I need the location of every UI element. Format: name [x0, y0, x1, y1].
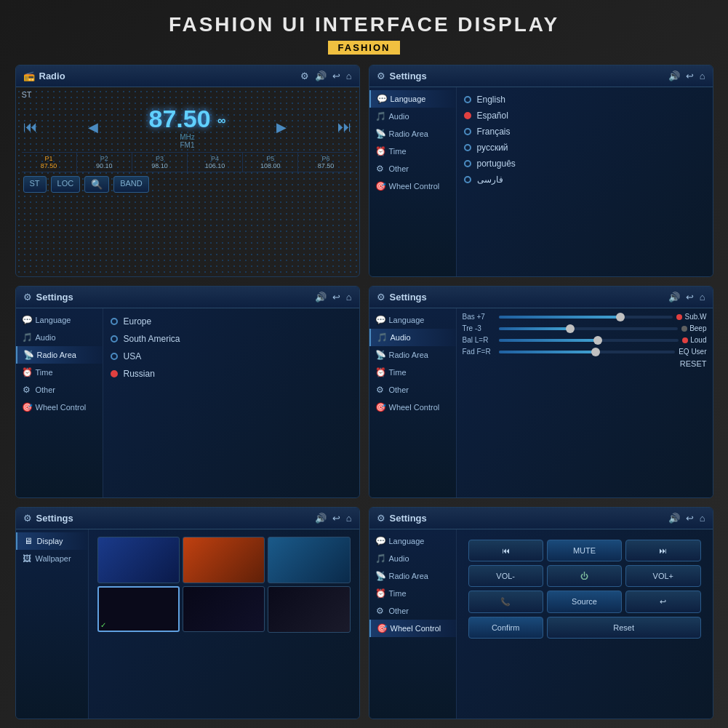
next-btn[interactable]: ▶ — [276, 119, 287, 135]
area-south-america[interactable]: South America — [109, 330, 353, 348]
volume-icon-4[interactable]: 🔊 — [668, 292, 680, 303]
lang-russian[interactable]: русский — [463, 140, 707, 156]
lang-english[interactable]: English — [463, 92, 707, 108]
phone-btn[interactable]: 📞 — [468, 591, 543, 613]
menu-wheel-4[interactable]: 🎯 Wheel Control — [369, 399, 456, 416]
menu-other-6[interactable]: ⚙ Other — [369, 602, 456, 620]
area-russian[interactable]: Russian — [109, 365, 353, 383]
prev-track-wheel-btn[interactable]: ⏮ — [468, 540, 543, 561]
menu-radio-area[interactable]: 📡 Radio Area — [369, 125, 456, 143]
radio-title: Radio — [39, 71, 300, 81]
vol-minus-btn[interactable]: VOL- — [468, 565, 543, 587]
volume-icon[interactable]: 🔊 — [315, 71, 327, 81]
back-icon-6[interactable]: ↩ — [686, 513, 694, 524]
back-icon-3[interactable]: ↩ — [332, 292, 340, 303]
menu-audio-label-6: Audio — [389, 554, 409, 563]
lang-francais[interactable]: Français — [463, 124, 707, 140]
wallpaper-dark3[interactable] — [268, 586, 350, 633]
menu-radio-area-6[interactable]: 📡 Radio Area — [369, 567, 456, 585]
home-icon-3[interactable]: ⌂ — [346, 292, 352, 303]
home-icon-2[interactable]: ⌂ — [700, 71, 705, 81]
back-icon-2[interactable]: ↩ — [686, 71, 694, 81]
mute-btn[interactable]: MUTE — [547, 540, 622, 561]
search-btn[interactable]: 🔍 — [84, 176, 109, 193]
preset-num-5: P5 — [244, 155, 296, 162]
lang-espanol[interactable]: Español — [463, 108, 707, 124]
menu-wallpaper[interactable]: 🖼 Wallpaper — [16, 550, 88, 567]
home-icon-5[interactable]: ⌂ — [346, 513, 352, 524]
menu-other[interactable]: ⚙ Other — [369, 160, 456, 177]
home-icon[interactable]: ⌂ — [346, 71, 352, 81]
volume-icon-3[interactable]: 🔊 — [315, 292, 327, 303]
wallpaper-dark[interactable]: ✓ — [97, 586, 180, 633]
eq-reset-btn[interactable]: RESET — [463, 359, 707, 368]
lang-portuguese[interactable]: português — [463, 156, 707, 172]
radio-preset-1[interactable]: P1 87.50 — [22, 153, 77, 172]
power-btn[interactable]: ⏻ — [547, 565, 622, 587]
back-icon[interactable]: ↩ — [332, 71, 340, 81]
back-icon-5[interactable]: ↩ — [332, 513, 340, 524]
menu-audio-6[interactable]: 🎵 Audio — [369, 550, 456, 567]
back-wheel-btn[interactable]: ↩ — [625, 591, 700, 613]
home-icon-6[interactable]: ⌂ — [700, 513, 705, 524]
lang-farsi[interactable]: فارسی — [463, 172, 707, 188]
menu-wheel-3[interactable]: 🎯 Wheel Control — [16, 399, 103, 416]
menu-radio-area-3[interactable]: 📡 Radio Area — [16, 346, 103, 364]
menu-time-3[interactable]: ⏰ Time — [16, 364, 103, 381]
tuner-icon[interactable]: ⚙ — [300, 71, 309, 81]
confirm-btn[interactable]: Confirm — [468, 617, 543, 639]
menu-other-4[interactable]: ⚙ Other — [369, 381, 456, 399]
eq-bal-slider[interactable] — [499, 339, 679, 342]
area-europe[interactable]: Europe — [109, 313, 353, 330]
volume-icon-2[interactable]: 🔊 — [668, 71, 680, 81]
menu-language-4[interactable]: 💬 Language — [369, 311, 456, 329]
menu-time-label: Time — [389, 147, 407, 156]
prev-btn[interactable]: ◀ — [88, 119, 98, 135]
wallpaper-orange[interactable] — [183, 537, 265, 583]
menu-radio-area-label-3: Radio Area — [37, 351, 76, 359]
vol-plus-btn[interactable]: VOL+ — [625, 565, 700, 587]
wallpaper-dark2[interactable] — [183, 586, 265, 633]
next-track-btn[interactable]: ⏭ — [337, 119, 352, 135]
radio-preset-2[interactable]: P2 90.10 — [77, 153, 132, 172]
st-btn[interactable]: ST — [23, 176, 47, 193]
menu-time[interactable]: ⏰ Time — [369, 143, 456, 160]
wallpaper-cyan[interactable] — [268, 537, 350, 583]
next-track-wheel-btn[interactable]: ⏭ — [625, 540, 700, 561]
eq-bas-row: Bas +7 Sub.W — [463, 313, 707, 321]
menu-radio-area-4[interactable]: 📡 Radio Area — [369, 346, 456, 364]
menu-audio[interactable]: 🎵 Audio — [369, 108, 456, 125]
eq-tre-slider[interactable] — [499, 327, 679, 330]
volume-icon-5[interactable]: 🔊 — [315, 513, 327, 524]
radio-preset-6[interactable]: P6 87.50 — [298, 153, 353, 172]
menu-language[interactable]: 💬 Language — [369, 90, 456, 108]
radio-preset-3[interactable]: P3 98.10 — [132, 153, 188, 172]
menu-time-4[interactable]: ⏰ Time — [369, 364, 456, 381]
eq-bas-thumb — [616, 313, 625, 321]
menu-wheel-6[interactable]: 🎯 Wheel Control — [369, 620, 456, 637]
menu-audio-3[interactable]: 🎵 Audio — [16, 329, 103, 346]
eq-fad-slider[interactable] — [499, 351, 676, 353]
radio-preset-4[interactable]: P4 106.10 — [188, 153, 243, 172]
menu-language-3[interactable]: 💬 Language — [16, 311, 103, 329]
band-btn[interactable]: BAND — [113, 176, 149, 193]
radio-preset-5[interactable]: P5 108.00 — [243, 153, 298, 172]
source-btn[interactable]: Source — [547, 591, 622, 613]
menu-display[interactable]: 🖥 Display — [16, 532, 88, 550]
menu-time-6[interactable]: ⏰ Time — [369, 585, 456, 602]
menu-audio-4[interactable]: 🎵 Audio — [369, 329, 456, 346]
loc-btn[interactable]: LOC — [51, 176, 81, 193]
back-icon-4[interactable]: ↩ — [686, 292, 694, 303]
beep-dot — [681, 326, 687, 332]
menu-other-3[interactable]: ⚙ Other — [16, 381, 103, 399]
reset-wheel-btn[interactable]: Reset — [547, 617, 701, 639]
volume-icon-6[interactable]: 🔊 — [668, 513, 680, 524]
home-icon-4[interactable]: ⌂ — [700, 292, 705, 303]
menu-wheel[interactable]: 🎯 Wheel Control — [369, 177, 456, 195]
area-usa[interactable]: USA — [109, 348, 353, 365]
eq-bas-slider[interactable] — [499, 316, 673, 319]
menu-language-6[interactable]: 💬 Language — [369, 532, 456, 550]
wallpaper-blue[interactable] — [97, 537, 180, 583]
menu-wheel-label-4: Wheel Control — [389, 403, 440, 412]
prev-track-btn[interactable]: ⏮ — [23, 119, 38, 135]
